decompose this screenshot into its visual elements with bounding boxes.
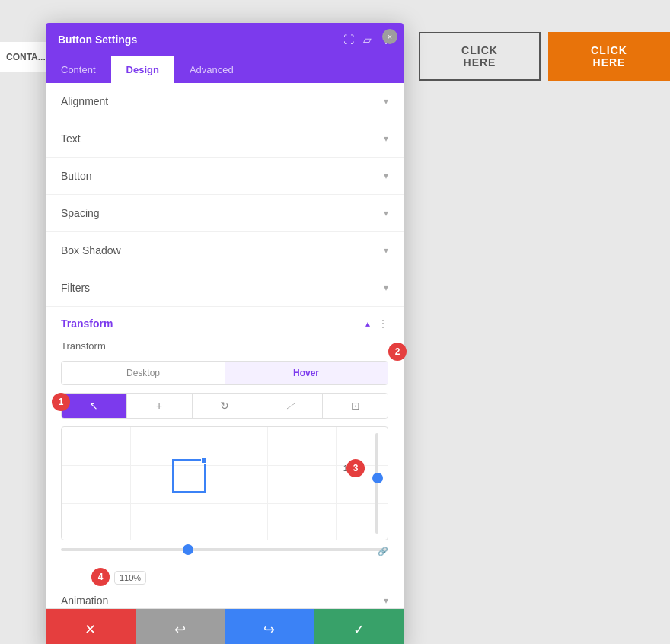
text-chevron: ▾: [384, 133, 388, 144]
transform-label: Transform: [61, 317, 113, 330]
transform-more-icon[interactable]: ⋮: [378, 317, 388, 330]
button-chevron: ▾: [384, 171, 388, 181]
button-section-row[interactable]: Button ▾: [46, 158, 404, 195]
transform-chevron-up: ▴: [365, 318, 370, 329]
transform-section: Transform ▴ ⋮ Transform Desktop Hover ↖ …: [46, 307, 404, 582]
animation-section-row[interactable]: Animation ▾: [46, 582, 404, 608]
scale-value-bottom-pill: 110%: [114, 571, 146, 585]
button-label: Button: [61, 170, 91, 182]
redo-button[interactable]: ↪: [225, 609, 314, 644]
transform-header-right: ▴ ⋮: [365, 317, 388, 330]
grid-h-2: [62, 503, 388, 504]
grid-v-3: [267, 427, 268, 540]
fullscreen-icon[interactable]: ⛶: [343, 33, 354, 46]
tool-move-btn[interactable]: ↖: [62, 394, 127, 418]
link-icon: 🔗: [378, 547, 388, 556]
text-label: Text: [61, 132, 81, 145]
box-shadow-section-row[interactable]: Box Shadow ▾: [46, 232, 404, 269]
scale-bottom-value-row: 4 110%: [46, 569, 404, 582]
action-bar: ✕ ↩ ↪ ✓: [46, 608, 404, 644]
canvas-transform-square: [172, 459, 206, 493]
alignment-chevron: ▾: [384, 96, 388, 107]
tab-design[interactable]: Design: [111, 56, 174, 83]
modal-header: Button Settings ⛶ ▱ ⋮: [46, 23, 404, 56]
confirm-button[interactable]: ✓: [314, 609, 404, 644]
click-here-orange-button[interactable]: CLICK HERE: [548, 32, 670, 81]
spacing-label: Spacing: [61, 207, 100, 219]
transform-tools-bar: ↖ + ↻ ⟋ ⊡: [61, 393, 388, 419]
canvas-square-handle[interactable]: [201, 457, 207, 464]
confirm-icon: ✓: [353, 621, 365, 638]
scale-slider-horizontal: 🔗: [61, 548, 388, 551]
grid-v-4: [336, 427, 337, 540]
filters-label: Filters: [61, 282, 90, 294]
scale-dot-vertical[interactable]: [372, 473, 383, 483]
panel-body: Alignment ▾ Text ▾ Button ▾ Spacing ▾ Bo…: [46, 83, 404, 608]
move-icon: ↖: [89, 400, 98, 412]
add-icon: +: [156, 400, 162, 412]
scale-dot-horizontal[interactable]: [183, 544, 193, 555]
spacing-chevron: ▾: [384, 208, 388, 218]
cancel-button[interactable]: ✕: [46, 609, 136, 644]
box-shadow-label: Box Shadow: [61, 244, 121, 257]
button-settings-modal: × Button Settings ⛶ ▱ ⋮ Content Design A…: [46, 23, 404, 644]
transform-sub-label: Transform: [46, 340, 404, 358]
modal-close-button[interactable]: ×: [382, 29, 397, 44]
tool-add-btn[interactable]: +: [127, 394, 193, 418]
rotate-icon: ↻: [220, 400, 229, 412]
tool-rotate-btn[interactable]: ↻: [193, 394, 258, 418]
transform-header[interactable]: Transform ▴ ⋮: [46, 307, 404, 340]
animation-label: Animation: [61, 595, 108, 607]
annotation-2: 2: [388, 343, 407, 361]
page-buttons-area: CLICK HERE CLICK HERE: [419, 32, 670, 81]
annotation-4: 4: [91, 568, 110, 586]
scale-slider-horizontal-wrap: 🔗: [61, 548, 388, 563]
skew-icon: ⟋: [283, 400, 296, 412]
filters-section-row[interactable]: Filters ▾: [46, 269, 404, 307]
tab-content[interactable]: Content: [46, 56, 111, 83]
alignment-label: Alignment: [61, 95, 108, 107]
tab-advanced[interactable]: Advanced: [174, 56, 249, 83]
transform-toggle-bar: Desktop Hover: [61, 361, 388, 385]
spacing-section-row[interactable]: Spacing ▾: [46, 195, 404, 232]
scale-icon: ⊡: [351, 400, 360, 412]
transform-canvas: 110% 3: [61, 426, 388, 540]
grid-h-1: [62, 465, 388, 466]
redo-icon: ↪: [263, 621, 275, 638]
toggle-desktop[interactable]: Desktop: [62, 362, 225, 384]
toggle-hover[interactable]: Hover: [225, 362, 388, 384]
animation-chevron: ▾: [384, 595, 388, 606]
tab-bar: Content Design Advanced: [46, 56, 404, 83]
tool-scale-btn[interactable]: ⊡: [323, 394, 388, 418]
alignment-section-row[interactable]: Alignment ▾: [46, 83, 404, 120]
cancel-icon: ✕: [85, 621, 96, 638]
click-here-outline-button[interactable]: CLICK HERE: [419, 32, 541, 81]
box-shadow-chevron: ▾: [384, 245, 388, 256]
filters-chevron: ▾: [384, 282, 388, 293]
modal-title: Button Settings: [58, 33, 137, 46]
grid-v-1: [130, 427, 131, 540]
annotation-3: 3: [346, 459, 365, 477]
undo-button[interactable]: ↩: [136, 609, 225, 644]
split-icon[interactable]: ▱: [363, 33, 372, 46]
scale-slider-vertical: [375, 433, 378, 534]
undo-icon: ↩: [174, 621, 186, 638]
annotation-1: 1: [52, 393, 70, 411]
tool-skew-btn[interactable]: ⟋: [257, 394, 323, 418]
text-section-row[interactable]: Text ▾: [46, 120, 404, 158]
